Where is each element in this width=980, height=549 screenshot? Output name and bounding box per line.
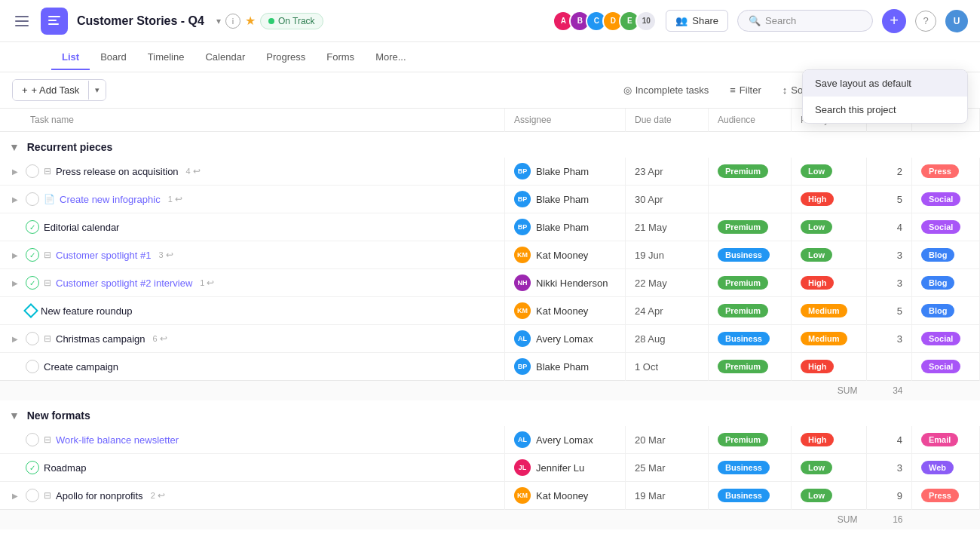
search-icon: 🔍: [749, 15, 761, 26]
avatar-count[interactable]: 10: [635, 11, 657, 32]
task-name: New feature roundup: [41, 305, 132, 317]
num-cell: 3: [867, 241, 912, 269]
multi-task-icon: ⊟: [44, 333, 51, 344]
tag-cell: Blog: [912, 241, 980, 269]
tag-cell: Social: [912, 213, 980, 241]
priority-cell: High: [792, 269, 867, 297]
task-cell: ▶ ⊟ Christmas campaign 6 ↩: [0, 325, 505, 353]
expand-btn[interactable]: ▶: [9, 165, 21, 177]
due-date: 20 Mar: [635, 434, 665, 446]
share-button[interactable]: 👥 Share: [666, 10, 728, 32]
expand-btn[interactable]: ▶: [9, 277, 21, 289]
tab-progress[interactable]: Progress: [256, 45, 316, 70]
search-placeholder: Search: [765, 15, 796, 26]
task-status-done[interactable]: ✓: [26, 461, 39, 474]
expand-btn[interactable]: ▶: [9, 249, 21, 261]
task-status-empty[interactable]: [26, 164, 39, 178]
tag-cell: Social: [912, 325, 980, 353]
task-cell: ▶ ⊟ Press release on acquisition 4 ↩: [0, 158, 505, 186]
priority-cell: High: [792, 353, 867, 381]
task-status-empty[interactable]: [26, 489, 39, 502]
sum-row: SUM 34: [0, 381, 980, 401]
multi-task-icon: ⊟: [44, 166, 51, 176]
priority-badge: High: [801, 276, 834, 290]
task-status-empty[interactable]: [26, 433, 39, 446]
assignee-avatar: BP: [514, 163, 531, 179]
search-project-item[interactable]: Search this project: [803, 97, 967, 123]
status-badge: On Track: [260, 13, 323, 29]
task-name-link[interactable]: Create new infographic: [60, 194, 161, 205]
section-header: ▼ New formats: [0, 400, 980, 426]
task-status-circle[interactable]: [26, 360, 39, 373]
tag-badge: Web: [921, 461, 954, 474]
task-name-link[interactable]: Customer spotlight #1: [56, 250, 151, 261]
task-name-link[interactable]: Customer spotlight #2 interview: [56, 278, 192, 289]
filter-button[interactable]: ≡ Filter: [722, 81, 768, 100]
task-name-text: Roadmap: [44, 462, 86, 474]
task-status-done[interactable]: ✓: [26, 276, 39, 290]
audience-badge: Business: [718, 489, 770, 502]
status-label: On Track: [278, 16, 315, 26]
expand-btn[interactable]: ▶: [9, 193, 21, 205]
audience-badge: Premium: [718, 304, 768, 317]
section-collapse-icon[interactable]: ▼: [9, 141, 20, 153]
status-dot: [268, 18, 274, 24]
section-header: ▼ Recurrent pieces: [0, 132, 980, 158]
task-cell: ▶ ✓ Editorial calendar: [0, 213, 505, 241]
due-date-cell: 19 Mar: [626, 482, 709, 510]
due-date-cell: 23 Apr: [626, 158, 709, 186]
tag-cell: Social: [912, 353, 980, 381]
audience-cell: Business: [709, 482, 792, 510]
tab-forms[interactable]: Forms: [316, 45, 365, 70]
expand-btn[interactable]: ▶: [9, 333, 21, 345]
priority-cell: Low: [792, 241, 867, 269]
audience-cell: [709, 186, 792, 213]
add-task-button[interactable]: + + Add Task ▾: [12, 79, 106, 101]
assignee-name: Kat Mooney: [536, 250, 588, 261]
assignee-name: Blake Pham: [536, 222, 589, 233]
task-cell: ▶ 📄 Create new infographic 1 ↩: [0, 186, 505, 213]
subtask-count: 1 ↩: [168, 194, 182, 204]
add-button[interactable]: +: [882, 9, 906, 33]
avatar-group: A B C D E 10: [553, 11, 657, 32]
task-status-empty[interactable]: [26, 192, 39, 206]
nav-tabs: List Board Timeline Calendar Progress Fo…: [0, 42, 980, 72]
tag-badge: Blog: [921, 304, 954, 317]
info-button[interactable]: i: [225, 14, 240, 29]
title-chevron[interactable]: ▾: [216, 16, 221, 26]
task-name-link[interactable]: Work-life balance newsletter: [56, 434, 179, 446]
sum-value: 16: [867, 510, 912, 530]
multi-task-icon: ⊟: [44, 250, 51, 260]
task-status-done[interactable]: ✓: [26, 248, 39, 262]
expand-btn[interactable]: ▶: [9, 489, 21, 501]
tag-badge: Blog: [921, 248, 954, 262]
task-name: Customer spotlight #1: [56, 250, 151, 261]
assignee-avatar: BP: [514, 191, 531, 207]
due-date-cell: 24 Apr: [626, 297, 709, 325]
due-date: 24 Apr: [635, 305, 663, 317]
table-row: ▶ ⊟ Christmas campaign 6 ↩ AL Avery Loma…: [0, 325, 980, 353]
section-collapse-icon[interactable]: ▼: [9, 409, 20, 422]
num-cell: 3: [867, 454, 912, 482]
col-audience: Audience: [709, 109, 792, 132]
priority-badge: Medium: [801, 304, 847, 317]
assignee-avatar: BP: [514, 219, 531, 235]
tab-board[interactable]: Board: [90, 45, 137, 70]
table-row: ▶ New feature roundup KM Kat Mooney 24 A…: [0, 297, 980, 325]
save-layout-item[interactable]: Save layout as default: [803, 70, 967, 97]
help-button[interactable]: ?: [915, 11, 936, 32]
tab-calendar[interactable]: Calendar: [194, 45, 256, 70]
incomplete-tasks-button[interactable]: ◎ Incomplete tasks: [616, 81, 717, 100]
star-icon[interactable]: ★: [245, 14, 256, 28]
tab-more[interactable]: More...: [365, 45, 416, 70]
hamburger-menu[interactable]: [12, 13, 32, 29]
task-status-done[interactable]: ✓: [26, 220, 39, 234]
tab-list[interactable]: List: [51, 45, 90, 70]
task-status-diamond[interactable]: [23, 303, 38, 318]
task-name: Editorial calendar: [44, 222, 119, 233]
task-status-empty[interactable]: [26, 332, 39, 345]
tab-timeline[interactable]: Timeline: [137, 45, 195, 70]
task-name: Roadmap: [44, 462, 86, 474]
user-avatar[interactable]: U: [945, 10, 968, 32]
search-box[interactable]: 🔍 Search: [737, 10, 873, 32]
